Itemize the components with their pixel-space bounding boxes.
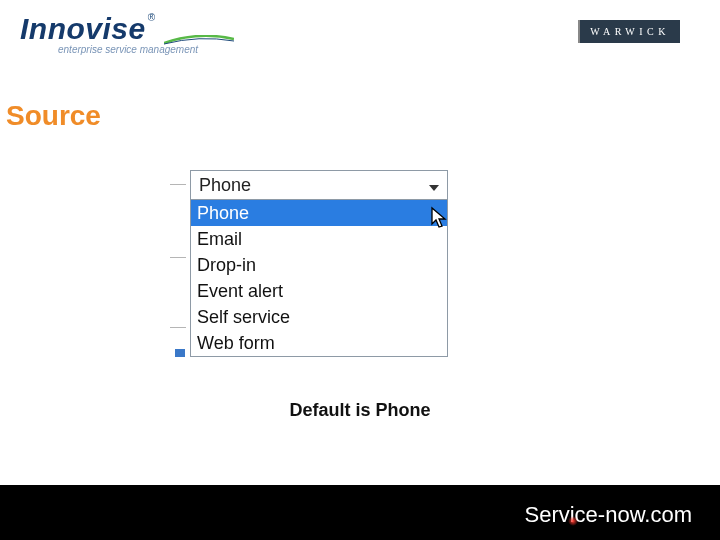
field-divider — [170, 184, 186, 185]
page-title: Source — [6, 100, 720, 132]
dropdown-option-self-service[interactable]: Self service — [191, 304, 447, 330]
field-divider — [170, 327, 186, 328]
dropdown-option-web-form[interactable]: Web form — [191, 330, 447, 356]
dropdown-option-event-alert[interactable]: Event alert — [191, 278, 447, 304]
dropdown-option-email[interactable]: Email — [191, 226, 447, 252]
source-dropdown[interactable]: Phone Phone Email Drop-in Event alert Se… — [190, 170, 448, 357]
servicenow-logo: Service-now.com — [524, 502, 692, 528]
logo-part-a: Serv — [524, 502, 569, 527]
chevron-down-icon — [429, 171, 439, 199]
brand-name: Innovise — [20, 12, 146, 45]
dropdown-selected[interactable]: Phone — [190, 170, 448, 200]
dropdown-option-phone[interactable]: Phone — [191, 200, 447, 226]
brand-tagline: enterprise service management — [58, 44, 234, 55]
caption: Default is Phone — [0, 400, 720, 421]
logo-part-b: ice-now — [570, 502, 645, 527]
warwick-logo: WARWICK — [578, 20, 680, 43]
dropdown-listbox[interactable]: Phone Email Drop-in Event alert Self ser… — [190, 200, 448, 357]
logo-part-c: .com — [644, 502, 692, 527]
footer-bar: Service-now.com — [0, 485, 720, 540]
registered-mark: ® — [148, 12, 155, 23]
innovise-logo: Innovise® enterprise service management — [20, 12, 234, 55]
swoosh-icon — [164, 31, 234, 39]
dropdown-selected-value: Phone — [199, 175, 251, 195]
dropdown-option-drop-in[interactable]: Drop-in — [191, 252, 447, 278]
field-marker — [175, 349, 185, 357]
field-divider — [170, 257, 186, 258]
